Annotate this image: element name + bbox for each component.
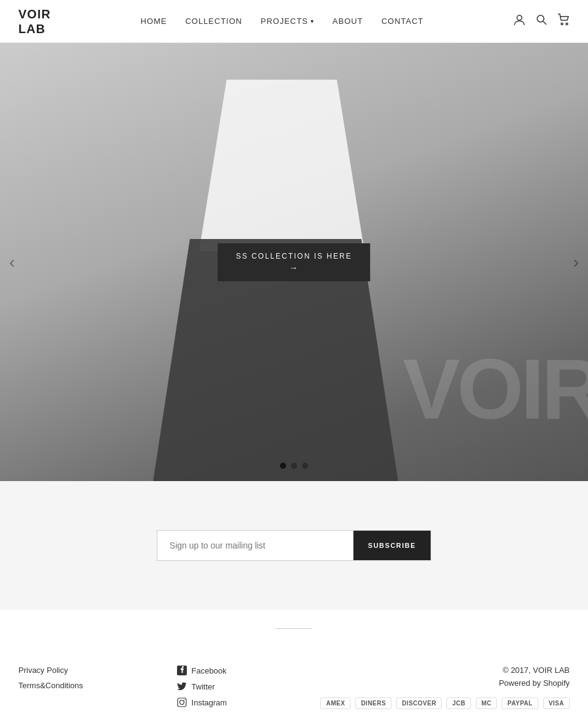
search-icon[interactable] — [535, 13, 548, 29]
payment-jcb: JCB — [447, 697, 471, 709]
hero-cta-text: SS COLLECTION IS HERE — [236, 252, 352, 260]
subscribe-button[interactable]: SUBSCRIBE — [353, 531, 431, 560]
nav-about[interactable]: ABOUT — [333, 17, 363, 26]
footer-copyright: © 2017, VOIR LAB — [320, 666, 570, 675]
privacy-policy-link[interactable]: Privacy Policy — [18, 666, 83, 675]
payment-paypal: PAYPAL — [502, 697, 538, 709]
svg-point-3 — [561, 23, 563, 25]
twitter-link[interactable]: Twitter — [177, 681, 227, 691]
hero-dots — [280, 463, 308, 469]
payment-diners: DINERS — [355, 697, 391, 709]
mailing-form: SUBSCRIBE — [157, 530, 431, 561]
svg-point-7 — [184, 699, 184, 700]
nav-collection[interactable]: COLLECTION — [185, 17, 242, 26]
hero-cta-arrow: → — [289, 263, 299, 273]
facebook-link[interactable]: Facebook — [177, 666, 227, 675]
facebook-icon — [177, 666, 187, 675]
svg-point-1 — [537, 15, 544, 22]
hero-dot-2[interactable] — [291, 463, 297, 469]
mailing-section: SUBSCRIBE — [0, 481, 588, 610]
nav-contact[interactable]: CONTACT — [382, 17, 424, 26]
payment-discover: DISCOVER — [396, 697, 442, 709]
payment-mastercard: MC — [476, 697, 497, 709]
login-icon[interactable] — [513, 13, 526, 29]
instagram-label: Instagram — [192, 698, 227, 707]
terms-conditions-link[interactable]: Terms&Conditions — [18, 681, 83, 690]
mailing-input[interactable] — [157, 531, 353, 560]
footer-powered: Powered by Shopify — [320, 678, 570, 688]
payment-amex: AMEX — [320, 697, 350, 709]
header-icons — [513, 13, 570, 29]
hero-section: VOIR ‹ › SS COLLECTION IS HERE → — [0, 43, 588, 481]
instagram-icon — [177, 697, 187, 707]
footer-right: © 2017, VOIR LAB Powered by Shopify AMEX… — [320, 666, 570, 709]
payment-visa: VISA — [543, 697, 570, 709]
svg-point-4 — [566, 23, 568, 25]
footer-legal: Privacy Policy Terms&Conditions — [18, 666, 83, 690]
hero-cta-container: SS COLLECTION IS HERE → — [217, 243, 370, 281]
divider-section — [0, 610, 588, 647]
facebook-label: Facebook — [192, 666, 227, 675]
site-logo[interactable]: VOIR LAB — [18, 7, 51, 36]
hero-dot-3[interactable] — [302, 463, 308, 469]
divider-line — [276, 628, 312, 629]
nav-home[interactable]: HOME — [140, 17, 167, 26]
hero-prev-button[interactable]: ‹ — [9, 252, 15, 272]
twitter-icon — [177, 681, 187, 691]
svg-point-0 — [517, 15, 522, 20]
instagram-link[interactable]: Instagram — [177, 697, 227, 707]
hero-dot-1[interactable] — [280, 463, 286, 469]
main-nav: HOME COLLECTION PROJECTS ABOUT CONTACT — [140, 17, 423, 26]
site-header: VOIR LAB HOME COLLECTION PROJECTS ABOUT … — [0, 0, 588, 43]
hero-cta-button[interactable]: SS COLLECTION IS HERE → — [217, 243, 370, 281]
twitter-label: Twitter — [192, 682, 215, 691]
svg-point-6 — [179, 700, 184, 705]
site-footer: Privacy Policy Terms&Conditions Facebook… — [0, 647, 588, 725]
payment-icons: AMEX DINERS DISCOVER JCB MC PAYPAL VISA — [320, 697, 570, 709]
footer-social: Facebook Twitter Instagram — [177, 666, 227, 707]
svg-rect-5 — [178, 698, 186, 707]
nav-projects[interactable]: PROJECTS — [260, 17, 314, 26]
hero-next-button[interactable]: › — [573, 252, 579, 272]
hero-watermark: VOIR — [403, 346, 588, 432]
svg-line-2 — [543, 21, 546, 25]
cart-icon[interactable] — [557, 13, 570, 29]
